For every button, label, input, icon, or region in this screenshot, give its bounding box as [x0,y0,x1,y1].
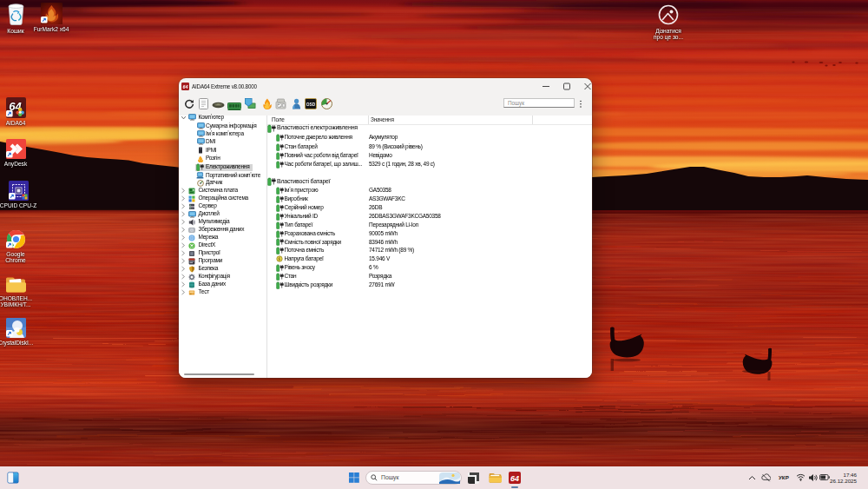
svg-text:OSD: OSD [306,102,316,107]
svg-text:64: 64 [510,474,519,483]
svg-text:64: 64 [183,84,188,89]
